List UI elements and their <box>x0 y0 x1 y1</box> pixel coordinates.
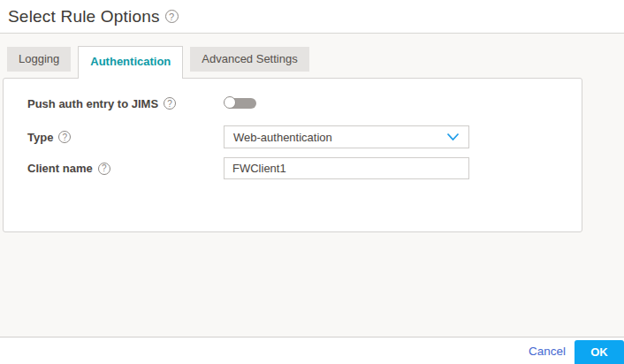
push-auth-toggle[interactable] <box>224 96 257 110</box>
tab-authentication[interactable]: Authentication <box>78 46 183 79</box>
client-name-label-text: Client name <box>27 162 93 175</box>
page-title: Select Rule Options ? <box>8 7 179 27</box>
client-name-input[interactable] <box>224 157 469 179</box>
help-icon[interactable]: ? <box>165 10 179 23</box>
tab-logging[interactable]: Logging <box>7 47 71 72</box>
form-row-push-auth: Push auth entry to JIMS ? <box>27 95 257 112</box>
dialog-footer: Cancel OK <box>0 337 624 364</box>
ok-button[interactable]: OK <box>575 340 624 364</box>
tab-bar: Logging Authentication Advanced Settings <box>7 46 316 79</box>
push-auth-label: Push auth entry to JIMS ? <box>27 97 224 110</box>
tab-advanced-settings[interactable]: Advanced Settings <box>190 47 308 72</box>
type-label-text: Type <box>27 131 53 144</box>
page-title-text: Select Rule Options <box>8 7 160 27</box>
help-icon[interactable]: ? <box>98 163 110 175</box>
form-row-client-name: Client name ? <box>27 157 469 179</box>
dialog-header: Select Rule Options ? <box>0 0 624 34</box>
help-icon[interactable]: ? <box>164 97 176 110</box>
select-rule-options-dialog: Select Rule Options ? Logging Authentica… <box>0 0 624 364</box>
type-select-value: Web-authentication <box>233 131 332 144</box>
tab-content-panel: Push auth entry to JIMS ? Type ? Web-aut… <box>3 78 582 232</box>
help-icon[interactable]: ? <box>58 131 71 143</box>
chevron-down-icon <box>446 133 460 141</box>
toggle-knob <box>224 96 236 109</box>
push-auth-label-text: Push auth entry to JIMS <box>27 97 158 110</box>
type-label: Type ? <box>27 131 224 144</box>
form-row-type: Type ? Web-authentication <box>27 125 469 148</box>
type-select[interactable]: Web-authentication <box>224 125 469 148</box>
client-name-label: Client name ? <box>27 162 224 175</box>
cancel-button[interactable]: Cancel <box>529 345 566 358</box>
